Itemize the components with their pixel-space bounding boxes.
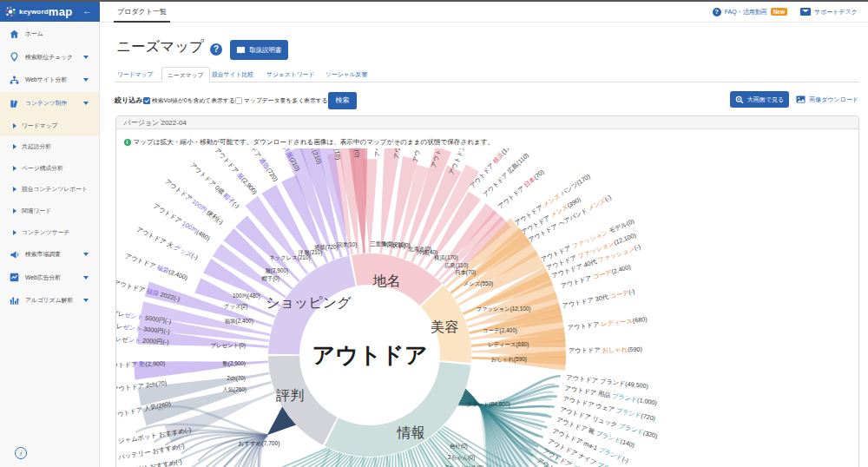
svg-text:福袋(2,400): 福袋(2,400) <box>224 318 253 325</box>
svg-text:2ちゃん(0): 2ちゃん(0) <box>448 454 475 461</box>
svg-text:ネックレス(210): ネックレス(210) <box>268 254 310 261</box>
svg-text:コーデ(2,400): コーデ(2,400) <box>483 327 517 334</box>
svg-text:グッズ(2): グッズ(2) <box>223 303 247 310</box>
svg-text:アウトドア 東京(210): アウトドア 東京(210) <box>373 148 383 157</box>
svg-text:アウトドア: アウトドア <box>312 342 427 368</box>
svg-text:人気(260): 人気(260) <box>222 386 247 393</box>
svg-text:地名: 地名 <box>372 273 400 288</box>
svg-text:帽子(0): 帽子(0) <box>261 275 279 282</box>
svg-text:ショッピング: ショッピング <box>266 295 352 310</box>
svg-text:アウトドア レディース(680): アウトドア レディース(680) <box>567 315 648 332</box>
svg-text:100均(480): 100均(480) <box>233 293 260 299</box>
svg-text:2ch(70): 2ch(70) <box>227 375 246 382</box>
svg-text:情報: 情報 <box>396 425 424 440</box>
svg-text:ブランド(84,800): ブランド(84,800) <box>465 401 510 408</box>
svg-text:沼津(10): 沼津(10) <box>336 241 357 248</box>
svg-text:レディース(680): レディース(680) <box>487 341 528 348</box>
svg-text:塾(2,900): 塾(2,900) <box>222 360 246 367</box>
svg-text:横浜(170): 横浜(170) <box>434 254 458 261</box>
svg-text:評判: 評判 <box>275 388 304 403</box>
svg-text:アウトドア 30代 コーデ(-): アウトドア 30代 コーデ(-) <box>561 287 635 309</box>
svg-text:美容: 美容 <box>431 319 458 334</box>
svg-text:おしゃれ(590): おしゃれ(590) <box>490 356 526 363</box>
svg-text:自社(0): 自社(0) <box>450 443 468 450</box>
svg-text:ファッション(12,100): ファッション(12,100) <box>476 306 530 312</box>
svg-text:広島(110): 広島(110) <box>444 262 468 269</box>
svg-text:おすすめ(7,700): おすすめ(7,700) <box>238 440 279 447</box>
svg-text:アウトドア おしゃれ(590): アウトドア おしゃれ(590) <box>568 345 641 355</box>
svg-text:アウトドア 福袋(2,400): アウトドア 福袋(2,400) <box>124 252 188 282</box>
svg-text:服(2,900): 服(2,900) <box>265 267 288 274</box>
svg-text:アウトドア 北海道(0): アウトドア 北海道(0) <box>411 148 431 163</box>
svg-text:日本(70): 日本(70) <box>455 269 476 276</box>
svg-text:メンズ(550): メンズ(550) <box>463 280 493 287</box>
svg-text:プレゼント(0): プレゼント(0) <box>210 342 246 349</box>
